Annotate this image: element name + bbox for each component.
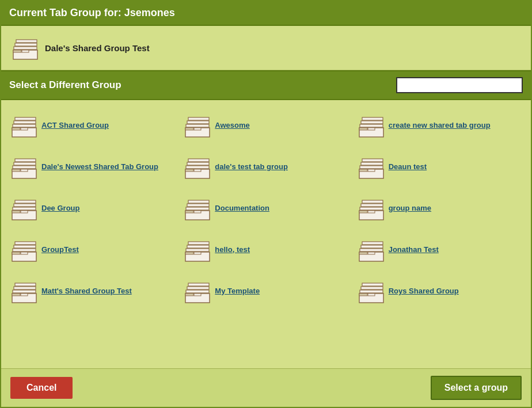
current-group-icon	[13, 34, 37, 62]
svg-rect-32	[186, 166, 209, 169]
svg-rect-80	[13, 290, 36, 293]
svg-rect-18	[362, 117, 383, 120]
svg-rect-94	[359, 293, 367, 296]
svg-rect-50	[186, 207, 209, 210]
group-icon	[12, 236, 36, 264]
svg-rect-10	[12, 128, 20, 130]
group-item-name[interactable]: GroupTest	[41, 245, 79, 255]
svg-rect-77	[368, 252, 375, 254]
group-item-name[interactable]: Roys Shared Group	[389, 287, 459, 296]
group-icon	[12, 112, 36, 139]
search-input[interactable]	[396, 77, 523, 93]
group-icon	[359, 277, 383, 305]
footer: Cancel Select a group	[1, 368, 531, 407]
group-icon	[185, 277, 209, 305]
svg-rect-7	[14, 121, 36, 124]
list-item[interactable]: Awesome	[180, 106, 351, 145]
svg-rect-91	[361, 287, 383, 289]
svg-rect-56	[360, 207, 383, 210]
select-group-button[interactable]: Select a group	[431, 376, 522, 400]
group-icon	[359, 112, 383, 139]
svg-rect-83	[21, 293, 28, 296]
list-item[interactable]: dale's test tab group	[180, 147, 351, 186]
svg-rect-88	[185, 293, 193, 296]
group-item-name[interactable]: My Template	[215, 287, 260, 296]
group-item-name[interactable]: create new shared tab group	[389, 121, 491, 131]
svg-rect-76	[359, 252, 367, 254]
group-item-name[interactable]: group name	[389, 204, 431, 213]
group-item-name[interactable]: dale's test tab group	[215, 162, 288, 172]
svg-rect-12	[188, 117, 209, 120]
group-item-name[interactable]: Matt's Shared Group Test	[41, 287, 132, 296]
svg-rect-73	[361, 245, 383, 248]
select-different-header: Select a Different Group	[1, 70, 531, 100]
svg-rect-78	[15, 283, 36, 286]
svg-rect-62	[13, 249, 36, 251]
list-item[interactable]: hello, test	[180, 230, 351, 269]
svg-rect-1	[15, 43, 37, 46]
group-icon	[185, 195, 209, 222]
svg-rect-84	[188, 283, 209, 286]
group-item-name[interactable]: hello, test	[215, 245, 250, 255]
svg-rect-26	[13, 166, 36, 169]
group-item-name[interactable]: Dale's Newest Shared Tab Group	[41, 162, 158, 172]
svg-rect-41	[368, 169, 375, 171]
current-group-name: Dale's Shared Group Test	[45, 43, 150, 53]
svg-rect-20	[360, 124, 383, 127]
group-item-name[interactable]: Deaun test	[389, 162, 427, 172]
list-item[interactable]: ACT Shared Group	[7, 106, 178, 145]
group-item-name[interactable]: ACT Shared Group	[41, 121, 109, 131]
svg-rect-79	[14, 287, 36, 289]
svg-rect-52	[185, 211, 193, 213]
list-item[interactable]: My Template	[180, 272, 351, 311]
svg-rect-30	[188, 159, 209, 162]
current-header: Current Tab Group for: Jsemones	[1, 1, 531, 26]
svg-rect-23	[368, 128, 375, 130]
svg-rect-34	[185, 169, 193, 171]
svg-rect-4	[13, 50, 21, 52]
svg-rect-16	[185, 128, 193, 130]
group-item-name[interactable]: Documentation	[215, 204, 269, 213]
group-item-name[interactable]: Jonathan Test	[389, 245, 439, 255]
svg-rect-6	[15, 117, 36, 120]
svg-rect-5	[22, 50, 29, 52]
group-icon	[12, 195, 36, 222]
svg-rect-38	[360, 166, 383, 169]
list-item[interactable]: GroupTest	[7, 230, 178, 269]
main-container: Current Tab Group for: Jsemones Dale's S…	[0, 0, 532, 408]
group-icon	[185, 236, 209, 264]
svg-rect-95	[368, 293, 375, 296]
group-icon	[185, 112, 209, 139]
svg-rect-71	[194, 252, 201, 254]
svg-rect-2	[14, 47, 37, 49]
svg-rect-82	[12, 293, 20, 296]
svg-rect-31	[187, 162, 209, 165]
group-item-name[interactable]: Awesome	[215, 121, 249, 131]
svg-rect-48	[188, 200, 209, 203]
list-item[interactable]: Deaun test	[354, 147, 525, 186]
list-item[interactable]: Dee Group	[7, 189, 178, 228]
cancel-button[interactable]: Cancel	[10, 377, 73, 399]
list-item[interactable]: create new shared tab group	[354, 106, 525, 145]
svg-rect-68	[186, 249, 209, 251]
svg-rect-29	[21, 169, 28, 171]
svg-rect-17	[194, 128, 201, 130]
svg-rect-49	[187, 204, 209, 207]
svg-rect-8	[13, 124, 36, 127]
list-item[interactable]: Roys Shared Group	[354, 272, 525, 311]
list-item[interactable]: Documentation	[180, 189, 351, 228]
list-item[interactable]: group name	[354, 189, 525, 228]
list-item[interactable]: Dale's Newest Shared Tab Group	[7, 147, 178, 186]
svg-rect-66	[188, 242, 209, 245]
svg-rect-89	[194, 293, 201, 296]
current-header-title: Current Tab Group for: Jsemones	[9, 7, 175, 18]
svg-rect-42	[15, 200, 36, 203]
group-item-name[interactable]: Dee Group	[41, 204, 79, 213]
group-icon	[12, 277, 36, 305]
group-icon	[185, 153, 209, 181]
group-icon	[12, 153, 36, 181]
list-item[interactable]: Matt's Shared Group Test	[7, 272, 178, 311]
list-item[interactable]: Jonathan Test	[354, 230, 525, 269]
svg-rect-35	[194, 169, 201, 171]
svg-rect-70	[185, 252, 193, 254]
